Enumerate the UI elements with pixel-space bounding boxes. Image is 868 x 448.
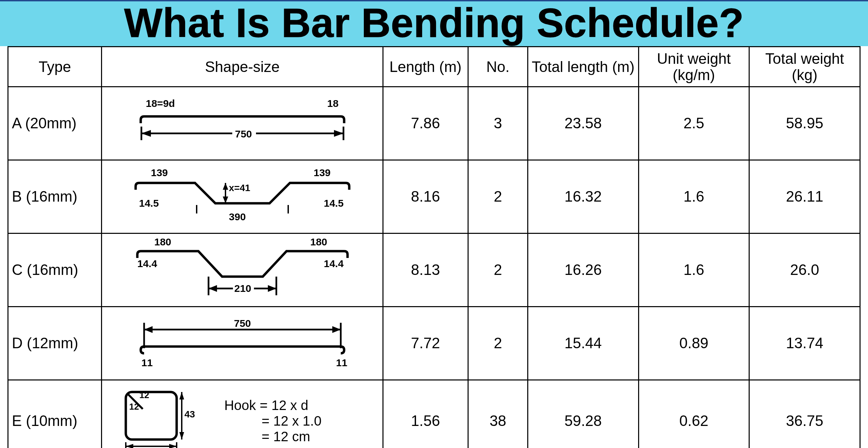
type-cell: D (12mm) [8, 306, 102, 380]
bar-shape-icon: 12 12 43 23 [116, 385, 211, 448]
no-cell: 3 [468, 87, 528, 160]
svg-text:14.5: 14.5 [139, 198, 159, 209]
hook-note: Hook = 12 x d = 12 x 1.0 = 12 cm [224, 397, 321, 444]
shape-cell: 180 180 14.4 14.4 210 [102, 233, 383, 306]
page-title: What Is Bar Bending Schedule? [0, 1, 868, 46]
header-shape: Shape-size [102, 47, 383, 87]
total-weight-cell: 36.75 [749, 380, 860, 448]
total-length-cell: 59.28 [528, 380, 638, 448]
table-row: B (16mm) 139 139 14.5 14.5 x=41 390 [8, 160, 860, 233]
total-weight-cell: 26.11 [749, 160, 860, 233]
svg-marker-41 [179, 392, 184, 399]
bbs-table: Type Shape-size Length (m) No. Total len… [7, 46, 861, 448]
shape-cell: 750 11 11 [102, 306, 383, 380]
no-cell: 2 [468, 233, 528, 306]
svg-marker-13 [223, 183, 228, 190]
length-cell: 1.56 [383, 380, 468, 448]
title-band: What Is Bar Bending Schedule? [0, 0, 868, 46]
svg-text:750: 750 [234, 318, 251, 329]
svg-marker-25 [268, 285, 276, 292]
bar-shape-icon: 180 180 14.4 14.4 210 [120, 236, 364, 304]
hook-note-line: = 12 x 1.0 [224, 413, 321, 429]
svg-text:11: 11 [336, 357, 347, 368]
table-row: C (16mm) 180 180 14.4 14.4 [8, 233, 860, 306]
unit-weight-cell: 0.89 [638, 306, 749, 380]
svg-text:12: 12 [129, 402, 139, 412]
type-cell: B (16mm) [8, 160, 102, 233]
svg-text:390: 390 [229, 211, 246, 222]
header-type: Type [8, 47, 102, 87]
header-no: No. [468, 47, 528, 87]
svg-text:139: 139 [314, 167, 331, 178]
svg-text:180: 180 [154, 236, 171, 247]
svg-marker-2 [141, 130, 151, 137]
total-length-cell: 15.44 [528, 306, 638, 380]
svg-text:23: 23 [146, 446, 157, 448]
bar-shape-icon: 750 11 11 [120, 313, 364, 374]
length-cell: 7.72 [383, 306, 468, 380]
svg-marker-32 [332, 326, 341, 333]
svg-marker-3 [334, 130, 343, 137]
header-row: Type Shape-size Length (m) No. Total len… [8, 47, 860, 87]
total-length-cell: 23.58 [528, 87, 638, 160]
length-cell: 7.86 [383, 87, 468, 160]
svg-text:14.5: 14.5 [324, 198, 343, 209]
table-row: A (20mm) 18=9d 18 750 7.8 [8, 87, 860, 160]
bar-shape-icon: 18=9d 18 750 [120, 96, 364, 150]
total-weight-cell: 13.74 [749, 306, 860, 380]
total-weight-cell: 26.0 [749, 233, 860, 306]
svg-text:14.4: 14.4 [137, 258, 157, 269]
svg-text:43: 43 [184, 409, 195, 419]
length-cell: 8.16 [383, 160, 468, 233]
length-cell: 8.13 [383, 233, 468, 306]
hook-note-line: Hook = 12 x d [224, 397, 321, 413]
total-length-cell: 16.32 [528, 160, 638, 233]
bar-shape-icon: 139 139 14.5 14.5 x=41 390 [120, 166, 364, 227]
svg-marker-31 [144, 326, 153, 333]
svg-text:14.4: 14.4 [324, 258, 344, 269]
no-cell: 38 [468, 380, 528, 448]
shape-cell: 139 139 14.5 14.5 x=41 390 [102, 160, 383, 233]
total-weight-cell: 58.95 [749, 87, 860, 160]
svg-text:x=41: x=41 [229, 183, 250, 193]
no-cell: 2 [468, 160, 528, 233]
hook-note-line: = 12 cm [224, 429, 321, 444]
svg-text:139: 139 [151, 167, 168, 178]
header-total-length: Total length (m) [528, 47, 638, 87]
type-cell: C (16mm) [8, 233, 102, 306]
svg-text:18=9d: 18=9d [146, 98, 175, 109]
unit-weight-cell: 2.5 [638, 87, 749, 160]
unit-weight-cell: 1.6 [638, 233, 749, 306]
no-cell: 2 [468, 306, 528, 380]
unit-weight-cell: 1.6 [638, 160, 749, 233]
svg-text:750: 750 [235, 128, 252, 139]
svg-marker-24 [209, 285, 217, 292]
svg-text:210: 210 [234, 283, 251, 294]
header-unit-weight: Unit weight (kg/m) [638, 47, 749, 87]
unit-weight-cell: 0.62 [638, 380, 749, 448]
shape-cell: 18=9d 18 750 [102, 87, 383, 160]
total-length-cell: 16.26 [528, 233, 638, 306]
svg-text:180: 180 [310, 236, 327, 247]
table-row: E (10mm) 12 12 43 [8, 380, 860, 448]
shape-cell: 12 12 43 23 [102, 380, 383, 448]
header-total-weight: Total weight (kg) [749, 47, 860, 87]
svg-text:18: 18 [327, 98, 338, 109]
svg-text:11: 11 [141, 357, 153, 368]
type-cell: E (10mm) [8, 380, 102, 448]
type-cell: A (20mm) [8, 87, 102, 160]
svg-text:12: 12 [139, 390, 149, 400]
header-length: Length (m) [383, 47, 468, 87]
svg-marker-42 [179, 432, 184, 440]
table-row: D (12mm) 750 11 11 [8, 306, 860, 380]
